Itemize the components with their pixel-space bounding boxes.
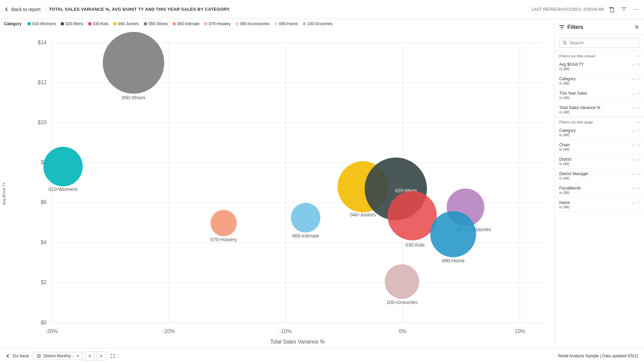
top-bar: Back to report TOTAL SALES VARIANCE %, A… [0,0,644,19]
filter-district-manager[interactable]: District Manager is (All) ⌄ ◇ [555,169,644,183]
filter-icon[interactable] [620,5,628,13]
chevron-down-icon-chain[interactable]: ⌄ [632,143,635,147]
filter-value-cat-visual: is (All) [559,81,576,85]
clear-filter-tsv[interactable]: ◇ [637,105,639,110]
back-button[interactable]: Back to report [4,7,46,12]
chart-title: TOTAL SALES VARIANCE %, AVG $/UNIT TY AN… [49,7,230,12]
filter-category-visual[interactable]: Category is (All) ⌄ ◇ [555,74,644,88]
legend-text-juniors: 040-Juniors [118,21,139,26]
clear-filter-chain[interactable]: ◇ [637,143,639,147]
bubble-kids[interactable] [388,191,437,240]
chevron-down-icon-district[interactable]: ⌄ [632,157,635,161]
bubble-hosiery[interactable] [210,210,237,237]
bottom-left: Go back District Monthly... [5,351,117,361]
legend-item-juniors: 040-Juniors [113,21,139,26]
top-bar-right: LAST REFRESH:6/12/2021, 9:59:04 AM ··· [532,5,640,13]
legend-text-kids: 030-Kids [93,21,109,26]
page-tab[interactable]: District Monthly... [33,352,83,360]
clear-filter-cat-visual[interactable]: ◇ [637,76,639,81]
chevron-down-icon-dm[interactable]: ⌄ [632,172,635,175]
filter-value-district: is (All) [559,162,572,166]
filter-value-tys: is (All) [559,96,587,100]
clear-filter-avg[interactable]: ◇ [637,62,639,66]
svg-text:-10%: -10% [279,328,292,334]
filter-total-sales-var[interactable]: Total Sales Variance % is (All) ⌄ ◇ [555,103,644,117]
filter-search-box[interactable] [559,38,639,48]
chevron-down-icon-cat-visual[interactable]: ⌄ [632,77,635,81]
more-options-icon[interactable]: ··· [632,5,640,13]
legend-dot-kids [88,22,91,25]
bubble-groceries[interactable] [385,264,419,299]
search-input[interactable] [570,40,636,45]
legend-item-groceries: 100-Groceries [303,21,333,26]
svg-text:010-Womens: 010-Womens [49,187,78,192]
legend-text-womens: 010-Womens [32,21,56,26]
legend-bar: Category 010-Womens 020-Mens 030-Kids 04… [0,19,554,28]
copy-icon[interactable] [608,5,616,13]
chart-area: Category 010-Womens 020-Mens 030-Kids 04… [0,19,554,348]
filter-name-cat-page: Category [559,128,576,133]
legend-dot-accessories [235,22,239,25]
chevron-down-icon-tsv[interactable]: ⌄ [632,106,635,109]
legend-dot-hosiery [204,22,207,25]
filter-avg-unit-ty[interactable]: Avg $/Unit TY is (All) ⌄ ◇ [555,59,644,74]
filters-header: Filters ✕ [555,19,644,35]
chevron-down-page-icon [76,354,79,358]
go-back-label: Go back [13,353,29,358]
filter-category-page[interactable]: Category is (All) ⌄ ◇ [555,125,644,140]
nav-next-button[interactable] [96,351,106,361]
filter-name-fm: FiscalMonth [559,186,581,191]
legend-dot-groceries [303,22,306,25]
svg-text:$12: $12 [38,80,47,85]
legend-item-intimate: 060-Intimate [173,21,200,26]
legend-item-home: 090-Home [274,21,298,26]
chevron-down-icon-tys[interactable]: ⌄ [632,91,635,95]
filter-name[interactable]: Name is (All) ⌄ ◇ [555,198,644,212]
filter-fiscal-month[interactable]: FiscalMonth is (All) ⌄ ◇ [555,183,644,198]
bubble-shoes[interactable] [103,32,164,94]
search-icon [563,41,567,45]
svg-text:$6: $6 [41,199,47,205]
legend-dot-mens [61,22,64,25]
filter-value-cat-page: is (All) [559,133,576,137]
filter-value-chain: is (All) [559,147,570,151]
filter-value-name: is (All) [559,205,570,209]
legend-dot-intimate [173,22,176,25]
filter-this-year-sales[interactable]: This Year Sales is (All) ⌄ ◇ [555,88,644,103]
more-options-visual[interactable]: ··· [636,54,639,58]
clear-filter-tys[interactable]: ◇ [637,91,639,95]
go-back-arrow-icon [5,353,11,359]
filter-value-dm: is (All) [559,176,588,180]
clear-filter-cat-page[interactable]: ◇ [637,128,639,133]
bubble-intimate[interactable] [291,203,320,232]
legend-text-intimate: 060-Intimate [177,21,200,26]
filter-chain[interactable]: Chain is (All) ⌄ ◇ [555,140,644,154]
filter-name-name: Name [559,200,570,205]
chevron-down-icon-fm[interactable]: ⌄ [632,186,635,190]
chevron-down-icon-name[interactable]: ⌄ [632,201,635,204]
clear-filter-district[interactable]: ◇ [637,157,639,161]
filter-district[interactable]: District is (All) ⌄ ◇ [555,154,644,169]
go-back-button[interactable]: Go back [5,353,29,359]
clear-filter-name[interactable]: ◇ [637,200,639,205]
chevron-down-icon-avg[interactable]: ⌄ [632,62,635,66]
chevron-down-icon-cat-page[interactable]: ⌄ [632,128,635,132]
data-updated: Data updated 5/5/21 [602,354,639,358]
bottom-right: Retail Analysis Sample | Data updated 5/… [558,354,639,358]
bubble-home[interactable] [430,211,476,257]
filters-panel: Filters ✕ Filters on this visual ··· Avg… [554,19,644,348]
nav-prev-button[interactable] [85,351,94,361]
expand-button[interactable] [108,351,117,361]
filters-on-visual-label: Filters on this visual [559,54,595,58]
filters-title-text: Filters [567,24,583,30]
clear-filter-dm[interactable]: ◇ [637,171,639,176]
filter-name-chain: Chain [559,143,570,147]
bubble-womens[interactable] [43,147,82,187]
filter-name-tys: This Year Sales [559,91,587,96]
menu-icon [37,354,41,358]
filters-close-button[interactable]: ✕ [634,23,639,31]
more-options-page[interactable]: ··· [636,120,639,124]
legend-item-womens: 010-Womens [27,21,56,26]
svg-text:090-Home: 090-Home [442,258,464,263]
clear-filter-fm[interactable]: ◇ [637,186,639,190]
